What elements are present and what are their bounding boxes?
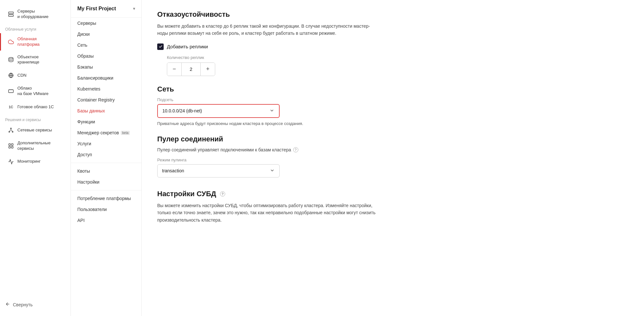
dbms-desc: Вы можете изменить настройки СУБД, чтобы… (157, 202, 376, 224)
increment-button[interactable]: + (201, 63, 215, 76)
fault-tolerance-section: Отказоустойчивость Вы можете добавить в … (157, 10, 629, 76)
sidebar-label-1c: Готовое облако 1С (17, 104, 54, 110)
sidebar-item-vmware[interactable]: Облако на базе VMware (3, 82, 68, 100)
nav-item-disks[interactable]: Диски (71, 29, 141, 40)
pooler-mode-chevron-icon (270, 168, 275, 174)
nav-item-quotas[interactable]: Квоты (71, 166, 141, 177)
sidebar-label-network-services: Сетевые сервисы (17, 128, 52, 133)
nav-divider-2 (71, 190, 141, 190)
pooler-mode-value: transaction (162, 168, 184, 173)
main-content: Отказоустойчивость Вы можете добавить в … (142, 0, 644, 316)
server-icon (8, 11, 14, 17)
project-chevron-icon: ▾ (133, 6, 135, 11)
nav-divider (71, 163, 141, 163)
nav-item-services[interactable]: Услуги (71, 138, 141, 149)
sidebar-label-vmware: Облако на базе VMware (17, 86, 49, 97)
sidebar-item-network-services[interactable]: Сетевые сервисы (3, 124, 68, 137)
sidebar-label-cloud-platform: Облачная платформа (17, 36, 40, 47)
dbms-info-icon[interactable]: ? (220, 191, 225, 196)
replica-stepper: − 2 + (167, 62, 215, 76)
cdn-icon (8, 72, 14, 79)
svg-rect-12 (9, 147, 10, 148)
middle-nav: My First Project ▾ Серверы Диски Сеть Об… (71, 0, 142, 316)
fault-tolerance-title: Отказоустойчивость (157, 10, 629, 19)
sidebar-label-additional-services: Дополнительные сервисы (17, 140, 51, 151)
pooler-mode-label: Режим пулинга (157, 158, 629, 162)
add-replicas-row: Добавить реплики (157, 43, 629, 50)
secrets-manager-label: Менеджер секретов (77, 130, 119, 135)
nav-item-secrets-manager[interactable]: Менеджер секретов beta (71, 127, 141, 138)
vmware-icon (8, 88, 14, 94)
subnet-label: Подсеть (157, 97, 629, 102)
fault-tolerance-desc: Вы можете добавить в кластер до 6 реплик… (157, 23, 376, 37)
nav-item-access[interactable]: Доступ (71, 149, 141, 160)
svg-rect-1 (9, 14, 14, 16)
pooler-mode-select[interactable]: transaction (158, 165, 279, 177)
svg-point-7 (11, 128, 12, 129)
collapse-button[interactable]: Свернуть (0, 298, 71, 311)
nav-item-servers[interactable]: Серверы (71, 18, 141, 29)
collapse-arrow-icon (5, 302, 10, 308)
svg-point-9 (12, 131, 13, 132)
additional-icon (8, 143, 14, 149)
subnet-chevron-icon (269, 108, 274, 114)
solutions-section-label: Решения и сервисы (0, 114, 71, 123)
svg-rect-13 (12, 147, 13, 148)
dbms-title: Настройки СУБД ? (157, 190, 629, 198)
svg-point-8 (9, 131, 10, 132)
sidebar-label-servers: Серверы и оборудование (17, 9, 48, 20)
replica-count-value: 2 (181, 63, 201, 76)
nav-item-backups[interactable]: Бэкапы (71, 62, 141, 72)
cloud-icon (8, 39, 14, 45)
nav-item-images[interactable]: Образы (71, 51, 141, 62)
svg-rect-10 (9, 144, 10, 145)
subnet-select-wrapper: 10.0.0.0/24 (db-net) (157, 104, 280, 118)
storage-icon (8, 56, 14, 63)
monitoring-icon (8, 158, 14, 165)
sidebar-item-cdn[interactable]: CDN (3, 69, 68, 82)
pooler-section: Пулер соединений Пулер соединений управл… (157, 135, 629, 177)
sidebar-item-1c[interactable]: 1С Готовое облако 1С (3, 101, 68, 113)
subnet-hint: Приватные адреса будут присвоены нодам к… (157, 121, 629, 126)
svg-point-4 (9, 58, 13, 59)
sidebar-item-cloud-platform[interactable]: Облачная платформа (0, 33, 68, 51)
nav-item-network[interactable]: Сеть (71, 40, 141, 51)
sidebar-item-servers[interactable]: Серверы и оборудование (3, 5, 68, 23)
nav-item-settings[interactable]: Настройки (71, 177, 141, 187)
add-replicas-checkbox[interactable] (157, 43, 164, 50)
project-name: My First Project (77, 6, 116, 12)
sidebar-item-monitoring[interactable]: Мониторинг (3, 155, 68, 168)
sidebar-item-object-storage[interactable]: Объектное хранилище (3, 51, 68, 69)
nav-item-kubernetes[interactable]: Kubernetes (71, 83, 141, 94)
project-header[interactable]: My First Project ▾ (71, 0, 141, 18)
nav-item-users[interactable]: Пользователи (71, 204, 141, 215)
nav-item-platform-usage[interactable]: Потребление платформы (71, 193, 141, 204)
add-replicas-label: Добавить реплики (167, 44, 208, 49)
1c-icon: 1С (8, 104, 14, 110)
replicas-count-label: Количество реплик (167, 55, 629, 60)
pooler-desc: Пулер соединений управляет подключениями… (157, 147, 629, 152)
collapse-label: Свернуть (13, 302, 33, 307)
nav-item-balancers[interactable]: Балансировщики (71, 72, 141, 83)
sidebar-label-monitoring: Мониторинг (17, 159, 41, 164)
decrement-button[interactable]: − (167, 63, 181, 76)
subnet-select[interactable]: 10.0.0.0/24 (db-net) (159, 105, 278, 117)
nav-item-container-registry[interactable]: Container Registry (71, 94, 141, 105)
cloud-services-section-label: Облачные услуги (0, 23, 71, 33)
nav-item-api[interactable]: API (71, 215, 141, 226)
pooler-mode-select-wrapper: transaction (157, 164, 280, 177)
sidebar-label-object-storage: Объектное хранилище (17, 54, 39, 65)
nav-item-databases[interactable]: Базы данных (71, 105, 141, 116)
sidebar-item-additional-services[interactable]: Дополнительные сервисы (3, 137, 68, 155)
left-sidebar: Серверы и оборудование Облачные услуги О… (0, 0, 71, 316)
svg-rect-0 (9, 12, 14, 14)
pooler-info-icon[interactable]: ? (293, 147, 298, 152)
subnet-value: 10.0.0.0/24 (db-net) (162, 108, 202, 113)
sidebar-label-cdn: CDN (17, 73, 26, 78)
svg-rect-11 (12, 144, 13, 145)
network-section: Сеть Подсеть 10.0.0.0/24 (db-net) Приват… (157, 85, 629, 126)
nav-item-functions[interactable]: Функции (71, 116, 141, 127)
network-title: Сеть (157, 85, 629, 93)
network-services-icon (8, 127, 14, 133)
replica-section: Количество реплик − 2 + (167, 55, 629, 76)
